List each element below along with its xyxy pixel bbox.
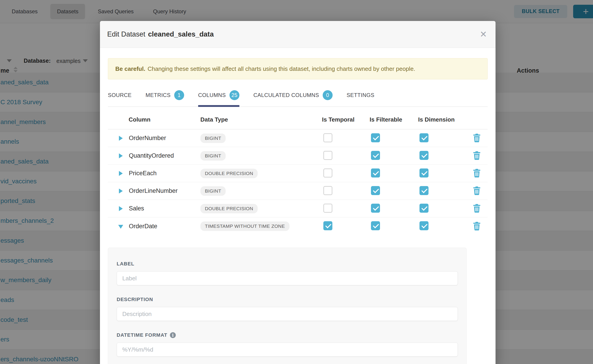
is-temporal-checkbox[interactable] bbox=[323, 169, 332, 177]
trash-icon bbox=[473, 204, 481, 213]
is-filterable-checkbox[interactable] bbox=[371, 186, 380, 195]
data-type-pill: BIGINT bbox=[200, 134, 226, 143]
tab-label: SOURCE bbox=[108, 92, 132, 98]
column-name: Sales bbox=[129, 205, 144, 212]
column-row: Sales DOUBLE PRECISION bbox=[108, 200, 488, 217]
is-filterable-checkbox[interactable] bbox=[371, 151, 380, 160]
column-editor-panel: LABEL DESCRIPTION DATETIME FORMAT i bbox=[108, 248, 467, 364]
expand-caret-icon[interactable] bbox=[119, 171, 123, 176]
expand-caret-icon[interactable] bbox=[119, 206, 123, 211]
is-dimension-checkbox[interactable] bbox=[420, 133, 428, 142]
tab-label: METRICS bbox=[145, 92, 171, 98]
column-name: OrderNumber bbox=[129, 135, 166, 142]
is-dimension-checkbox[interactable] bbox=[420, 151, 428, 160]
edit-dataset-modal: Edit Dataset cleaned_sales_data ✕ Be car… bbox=[100, 21, 495, 364]
info-icon[interactable]: i bbox=[170, 332, 176, 338]
is-dimension-checkbox[interactable] bbox=[420, 169, 428, 177]
modal-title-prefix: Edit Dataset bbox=[107, 30, 145, 38]
tab-metrics[interactable]: METRICS 1 bbox=[145, 85, 184, 106]
description-input[interactable] bbox=[117, 307, 458, 321]
is-temporal-checkbox[interactable] bbox=[323, 186, 332, 195]
is-filterable-checkbox[interactable] bbox=[371, 133, 380, 142]
trash-icon bbox=[473, 221, 481, 230]
data-type-pill: BIGINT bbox=[200, 186, 226, 196]
is-filterable-checkbox[interactable] bbox=[371, 169, 380, 177]
modal-title: Edit Dataset cleaned_sales_data bbox=[107, 30, 214, 38]
column-row: QuantityOrdered BIGINT bbox=[108, 147, 488, 165]
modal-tabs: SOURCE METRICS 1 COLUMNS 25 CALCULATED C… bbox=[108, 85, 488, 107]
trash-icon bbox=[473, 169, 481, 177]
tab-settings[interactable]: SETTINGS bbox=[347, 85, 374, 106]
warning-banner: Be careful. Changing these settings will… bbox=[108, 58, 488, 79]
header-is-dimension: Is Dimension bbox=[418, 116, 473, 123]
column-name: PriceEach bbox=[129, 170, 157, 177]
is-temporal-checkbox[interactable] bbox=[323, 151, 332, 160]
data-type-pill: DOUBLE PRECISION bbox=[200, 169, 258, 178]
is-dimension-checkbox[interactable] bbox=[420, 204, 428, 213]
tab-calculated-columns[interactable]: CALCULATED COLUMNS 0 bbox=[253, 85, 333, 106]
description-field-label: DESCRIPTION bbox=[117, 297, 458, 302]
tab-label: CALCULATED COLUMNS bbox=[253, 92, 319, 98]
tab-label: SETTINGS bbox=[347, 92, 374, 98]
header-is-temporal: Is Temporal bbox=[322, 116, 370, 123]
close-icon[interactable]: ✕ bbox=[480, 30, 487, 39]
is-dimension-checkbox[interactable] bbox=[420, 221, 428, 230]
header-column: Column bbox=[108, 116, 200, 123]
warning-bold: Be careful. bbox=[115, 65, 145, 72]
label-field-label: LABEL bbox=[117, 261, 458, 267]
data-type-pill: DOUBLE PRECISION bbox=[200, 204, 258, 213]
is-dimension-checkbox[interactable] bbox=[420, 186, 428, 195]
is-temporal-checkbox[interactable] bbox=[323, 204, 332, 213]
datetime-format-field-label: DATETIME FORMAT i bbox=[117, 332, 458, 338]
delete-column-button[interactable] bbox=[473, 186, 481, 196]
data-type-pill: TIMESTAMP WITHOUT TIME ZONE bbox=[200, 221, 290, 231]
trash-icon bbox=[473, 186, 481, 195]
expand-caret-icon[interactable] bbox=[119, 153, 123, 159]
tab-count-badge: 0 bbox=[323, 90, 333, 100]
column-row: PriceEach DOUBLE PRECISION bbox=[108, 165, 488, 182]
expand-caret-icon[interactable] bbox=[119, 223, 123, 229]
tab-label: COLUMNS bbox=[198, 92, 226, 98]
column-row: OrderDate TIMESTAMP WITHOUT TIME ZONE bbox=[108, 217, 488, 235]
label-input[interactable] bbox=[117, 271, 458, 285]
is-filterable-checkbox[interactable] bbox=[371, 204, 380, 213]
header-is-filterable: Is Filterable bbox=[370, 116, 418, 123]
trash-icon bbox=[473, 151, 481, 160]
modal-header: Edit Dataset cleaned_sales_data ✕ bbox=[100, 21, 495, 48]
delete-column-button[interactable] bbox=[473, 133, 481, 143]
data-type-pill: BIGINT bbox=[200, 151, 226, 161]
delete-column-button[interactable] bbox=[473, 151, 481, 161]
column-name: QuantityOrdered bbox=[129, 152, 174, 159]
is-temporal-checkbox[interactable] bbox=[323, 133, 332, 142]
trash-icon bbox=[473, 133, 481, 142]
column-row: OrderNumber BIGINT bbox=[108, 130, 488, 147]
delete-column-button[interactable] bbox=[473, 221, 481, 231]
tab-source[interactable]: SOURCE bbox=[108, 85, 132, 106]
column-name: OrderLineNumber bbox=[129, 187, 178, 195]
modal-body: Be careful. Changing these settings will… bbox=[100, 58, 495, 364]
column-row: OrderLineNumber BIGINT bbox=[108, 182, 488, 200]
is-temporal-checkbox[interactable] bbox=[323, 221, 332, 230]
column-name: OrderDate bbox=[129, 223, 157, 230]
tab-count-badge: 25 bbox=[230, 90, 239, 100]
tab-columns[interactable]: COLUMNS 25 bbox=[198, 85, 239, 106]
expand-caret-icon[interactable] bbox=[119, 188, 123, 194]
datetime-format-input[interactable] bbox=[117, 343, 458, 357]
warning-text: Changing these settings will affect all … bbox=[148, 65, 415, 72]
is-filterable-checkbox[interactable] bbox=[371, 221, 380, 230]
columns-table-header: Column Data Type Is Temporal Is Filterab… bbox=[108, 107, 488, 130]
columns-table: Column Data Type Is Temporal Is Filterab… bbox=[108, 107, 488, 235]
delete-column-button[interactable] bbox=[473, 169, 481, 178]
tab-count-badge: 1 bbox=[174, 90, 184, 100]
expand-caret-icon[interactable] bbox=[119, 136, 123, 141]
modal-dataset-name: cleaned_sales_data bbox=[148, 30, 214, 38]
header-data-type: Data Type bbox=[200, 116, 322, 123]
delete-column-button[interactable] bbox=[473, 204, 481, 213]
